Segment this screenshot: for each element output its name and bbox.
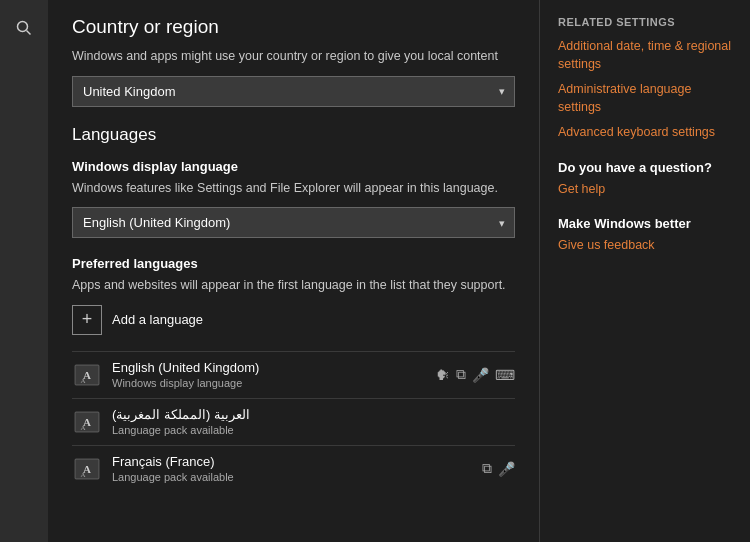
svg-text:A: A bbox=[80, 377, 85, 385]
left-panel: Country or region Windows and apps might… bbox=[48, 0, 540, 542]
copy-icon[interactable]: ⧉ bbox=[456, 366, 466, 383]
language-icon-french: A A bbox=[72, 454, 102, 484]
svg-text:A: A bbox=[80, 424, 85, 432]
arabic-info: العربية (المملكة المغربية) Language pack… bbox=[112, 407, 515, 436]
country-section-title: Country or region bbox=[72, 16, 515, 38]
get-help-link[interactable]: Get help bbox=[558, 181, 732, 199]
question-title: Do you have a question? bbox=[558, 160, 732, 175]
display-language-label: Windows display language bbox=[72, 159, 515, 174]
sidebar-strip bbox=[0, 0, 48, 542]
keyboard-icon[interactable]: ⌨ bbox=[495, 367, 515, 383]
display-language-description: Windows features like Settings and File … bbox=[72, 180, 515, 198]
language-icon-english: A A bbox=[72, 360, 102, 390]
speech-icon[interactable]: 🗣 bbox=[436, 367, 450, 383]
english-uk-info: English (United Kingdom) Windows display… bbox=[112, 360, 436, 389]
arabic-subtext: Language pack available bbox=[112, 424, 515, 436]
country-dropdown[interactable]: United Kingdom bbox=[72, 76, 515, 107]
language-icon-arabic: A A bbox=[72, 407, 102, 437]
country-dropdown-container: United Kingdom ▾ bbox=[72, 76, 515, 107]
feedback-link[interactable]: Give us feedback bbox=[558, 237, 732, 255]
arabic-name: العربية (المملكة المغربية) bbox=[112, 407, 515, 422]
add-icon: + bbox=[72, 305, 102, 335]
search-button[interactable] bbox=[8, 12, 40, 44]
svg-line-1 bbox=[27, 31, 31, 35]
languages-section-title: Languages bbox=[72, 125, 515, 145]
preferred-languages-description: Apps and websites will appear in the fir… bbox=[72, 277, 515, 295]
svg-text:A: A bbox=[80, 471, 85, 479]
language-item-french: A A Français (France) Language pack avai… bbox=[72, 445, 515, 492]
english-uk-subtext: Windows display language bbox=[112, 377, 436, 389]
mic-icon-fr[interactable]: 🎤 bbox=[498, 461, 515, 477]
french-info: Français (France) Language pack availabl… bbox=[112, 454, 482, 483]
main-content: Country or region Windows and apps might… bbox=[48, 0, 750, 542]
language-item-arabic: A A العربية (المملكة المغربية) Language … bbox=[72, 398, 515, 445]
english-uk-actions: 🗣 ⧉ 🎤 ⌨ bbox=[436, 366, 515, 383]
display-language-dropdown[interactable]: English (United Kingdom) bbox=[72, 207, 515, 238]
language-item-english: A A English (United Kingdom) Windows dis… bbox=[72, 351, 515, 398]
country-description: Windows and apps might use your country … bbox=[72, 48, 515, 66]
admin-language-link[interactable]: Administrative language settings bbox=[558, 81, 732, 116]
add-language-button[interactable]: + Add a language bbox=[72, 305, 515, 335]
mic-icon[interactable]: 🎤 bbox=[472, 367, 489, 383]
advanced-keyboard-link[interactable]: Advanced keyboard settings bbox=[558, 124, 732, 142]
make-better-title: Make Windows better bbox=[558, 216, 732, 231]
french-subtext: Language pack available bbox=[112, 471, 482, 483]
right-panel: Related settings Additional date, time &… bbox=[540, 0, 750, 542]
plus-icon: + bbox=[82, 309, 93, 330]
preferred-languages-label: Preferred languages bbox=[72, 256, 515, 271]
french-actions: ⧉ 🎤 bbox=[482, 460, 515, 477]
french-name: Français (France) bbox=[112, 454, 482, 469]
svg-point-0 bbox=[18, 22, 28, 32]
add-language-label: Add a language bbox=[112, 312, 203, 327]
display-language-dropdown-container: English (United Kingdom) ▾ bbox=[72, 207, 515, 238]
copy-icon-fr[interactable]: ⧉ bbox=[482, 460, 492, 477]
additional-date-link[interactable]: Additional date, time & regional setting… bbox=[558, 38, 732, 73]
english-uk-name: English (United Kingdom) bbox=[112, 360, 436, 375]
related-settings-title: Related settings bbox=[558, 16, 732, 28]
